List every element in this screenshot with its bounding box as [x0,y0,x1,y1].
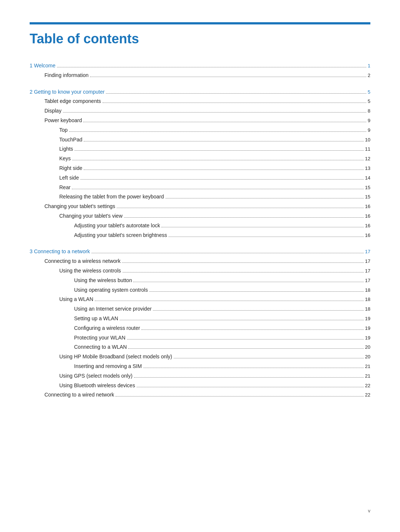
toc-entry-sec2-3-2[interactable]: TouchPad10 [30,135,370,144]
toc-page-sec2-2: 8 [368,107,370,115]
toc-dots-sec1 [57,67,366,67]
toc-label-sec2-3-2: TouchPad [59,135,82,144]
toc-dots-sec3-1-2-5 [128,348,363,349]
toc-entry-sec3-1-2-2[interactable]: Setting up a WLAN19 [30,314,370,323]
toc-page-sec1-1: 2 [368,72,370,80]
toc-dots-sec3 [91,253,364,253]
toc-entry-sec2-1[interactable]: Tablet edge components5 [30,97,370,106]
toc-dots-sec3-1-2-4 [127,339,364,339]
toc-dots-sec3-1-1 [123,272,364,272]
toc-dots-sec2-4 [117,208,364,208]
toc-page-sec3-1-2-1: 18 [365,305,370,313]
toc-label-sec2-3-4: Keys [59,154,71,163]
toc-page-sec3-1-2-5: 20 [365,344,370,351]
toc-entry-sec3-2[interactable]: Connecting to a wired network22 [30,391,370,399]
toc-page-sec3-2: 22 [365,391,370,399]
toc-entry-sec2-2[interactable]: Display8 [30,107,370,115]
toc-entry-sec1-1[interactable]: Finding information2 [30,71,370,80]
toc-entry-sec2-4-1[interactable]: Changing your tablet's view16 [30,212,370,220]
toc-entry-sec1[interactable]: 1 Welcome1 [30,61,370,70]
toc-page-sec3-1-3: 20 [365,353,370,361]
toc-page-sec1: 1 [368,62,370,70]
toc-dots-sec3-1-3-1 [143,368,364,368]
toc-label-sec3-1-4: Using GPS (select models only) [59,372,133,380]
toc-entry-sec3-1-2-5[interactable]: Connecting to a WLAN20 [30,343,370,351]
toc-page-sec3-1: 17 [365,258,370,265]
toc-page-sec2-3-8: 15 [365,193,370,201]
toc-label-sec3-1-3: Using HP Mobile Broadband (select models… [59,352,172,361]
toc-entry-sec3-1-4[interactable]: Using GPS (select models only)21 [30,372,370,380]
toc-entry-sec3-1-2-1[interactable]: Using an Internet service provider18 [30,305,370,313]
toc-dots-sec3-1-3 [174,358,364,358]
toc-entry-sec3[interactable]: 3 Connecting to a network17 [30,247,370,256]
toc-entry-sec2-3-6[interactable]: Left side14 [30,174,370,182]
toc-dots-sec2-3-7 [72,189,363,189]
toc-page-sec3-1-3-1: 21 [365,363,370,371]
toc-entry-sec2-4-1-1[interactable]: Adjusting your tablet's autorotate lock1… [30,221,370,230]
toc-page-sec3-1-1-1: 17 [365,277,370,285]
toc-entry-sec3-1-1[interactable]: Using the wireless controls17 [30,267,370,275]
toc-entry-sec2-3-1[interactable]: Top9 [30,126,370,134]
toc-entry-sec3-1-3[interactable]: Using HP Mobile Broadband (select models… [30,352,370,361]
toc-dots-sec2-3-2 [84,141,363,141]
toc-page-sec2: 5 [368,88,370,96]
toc-page-sec2-3-6: 14 [365,174,370,182]
toc-entry-sec3-1-1-1[interactable]: Using the wireless button17 [30,276,370,285]
toc-page-sec3-1-2-4: 19 [365,334,370,342]
toc-label-sec2-3-8: Releasing the tablet from the power keyb… [59,193,164,201]
toc-page-sec2-3-7: 15 [365,184,370,192]
toc-entry-sec2-3-5[interactable]: Right side13 [30,164,370,173]
toc-dots-sec2-3-5 [84,170,363,170]
toc-page-sec2-4-1: 16 [365,213,370,220]
toc-page-sec3-1-1: 17 [365,267,370,275]
toc-dots-sec2-4-1-2 [169,237,364,237]
toc-page-sec2-3-5: 13 [365,165,370,173]
toc-label-sec3: 3 Connecting to a network [30,247,90,255]
toc-entry-sec3-1-2-3[interactable]: Configuring a wireless router19 [30,324,370,332]
toc-label-sec2-4-1-1: Adjusting your tablet's autorotate lock [74,221,160,230]
toc-label-sec3-1-2-2: Setting up a WLAN [74,314,118,322]
toc-page-sec3-1-5: 22 [365,382,370,390]
toc-label-sec1: 1 Welcome [30,61,56,70]
toc-label-sec2-3-5: Right side [59,164,82,172]
toc-page-sec2-3-2: 10 [365,136,370,144]
toc-entry-sec2-3[interactable]: Power keyboard9 [30,116,370,125]
toc-entry-sec3-1-2[interactable]: Using a WLAN18 [30,295,370,304]
toc-entry-sec3-1[interactable]: Connecting to a wireless network17 [30,257,370,265]
toc-label-sec2-3-1: Top [59,126,68,134]
toc-dots-sec3-1-2 [95,301,364,301]
toc-page-sec2-4-1-1: 16 [365,222,370,230]
toc-entry-sec3-1-5[interactable]: Using Bluetooth wireless devices22 [30,381,370,390]
toc-page-sec3-1-1-2: 18 [365,287,370,294]
toc-dots-sec3-2 [116,396,363,397]
toc-label-sec3-1-3-1: Inserting and removing a SIM [74,362,142,370]
toc-dots-sec3-1-1-1 [133,282,363,282]
toc-dots-sec3-1-2-1 [153,310,363,311]
toc-entry-sec3-1-2-4[interactable]: Protecting your WLAN19 [30,334,370,342]
toc-page-sec3-1-2: 18 [365,296,370,304]
toc-entry-sec2-3-3[interactable]: Lights11 [30,145,370,153]
toc-entry-sec2-3-4[interactable]: Keys12 [30,154,370,163]
toc-page-sec3-1-2-3: 19 [365,325,370,332]
toc-entry-sec2-3-8[interactable]: Releasing the tablet from the power keyb… [30,193,370,201]
toc-entry-sec3-1-3-1[interactable]: Inserting and removing a SIM21 [30,362,370,371]
toc-dots-sec3-1-4 [134,377,364,378]
page-title: Table of contents [30,31,370,47]
toc-label-sec2-2: Display [44,107,61,115]
toc-page-sec3-1-2-2: 19 [365,315,370,323]
toc-dots-sec2-3-8 [166,198,364,198]
toc-dots-sec2-3-1 [69,131,366,132]
toc-label-sec3-1-1-2: Using operating system controls [74,286,148,294]
toc-dots-sec2 [106,93,366,94]
toc-entry-sec2[interactable]: 2 Getting to know your computer5 [30,88,370,96]
toc-label-sec2-4-1: Changing your tablet's view [59,212,123,220]
toc-label-sec3-1-2-5: Connecting to a WLAN [74,343,127,351]
toc-entry-sec2-3-7[interactable]: Rear15 [30,183,370,192]
toc-label-sec3-1-1: Using the wireless controls [59,267,121,275]
toc-page-sec2-3: 9 [368,117,370,125]
toc-dots-sec3-1-1-2 [149,291,363,292]
toc-entry-sec3-1-1-2[interactable]: Using operating system controls18 [30,286,370,294]
toc-entry-sec2-4[interactable]: Changing your tablet's settings16 [30,202,370,211]
toc-entry-sec2-4-1-2[interactable]: Adjusting your tablet's screen brightnes… [30,231,370,240]
toc-dots-sec3-1-2-2 [120,320,363,320]
